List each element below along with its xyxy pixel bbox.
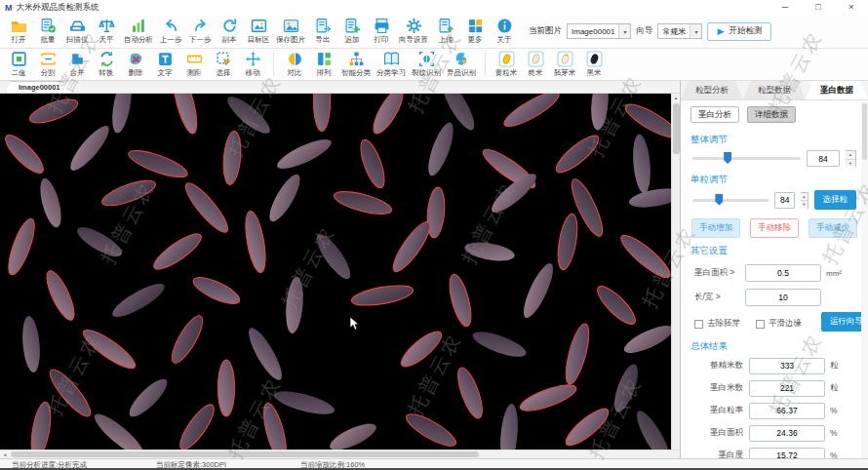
rice-grain[interactable] (314, 94, 331, 132)
manual-button[interactable]: 手动减少 (809, 218, 857, 238)
checkbox-去除胚芽[interactable]: 去除胚芽 (694, 318, 740, 330)
checkbox-icon[interactable] (694, 320, 703, 329)
spinner-up-icon[interactable]: ▴ (846, 151, 855, 160)
scroll-up-icon[interactable]: ▴ (675, 94, 678, 102)
rice-grain[interactable] (610, 362, 643, 415)
rice-grain[interactable] (446, 272, 476, 329)
toolbar-button-upload[interactable]: 上传 (431, 18, 460, 45)
rice-grain[interactable] (1, 131, 49, 178)
rice-grain[interactable] (28, 401, 55, 450)
toolbar-button-yellow-rice[interactable]: 黄粒米 (492, 51, 521, 78)
toolbar-button-gear[interactable]: 向导设置 (396, 18, 431, 45)
toolbar-button-delete[interactable]: 删除 (121, 51, 150, 78)
toolbar-button-refresh[interactable]: 副本 (215, 18, 244, 45)
toolbar-button-smart-classify[interactable]: 智能分类 (338, 51, 374, 78)
single-adjust-spinner[interactable]: ▴ ▾ (801, 192, 808, 209)
spinner-down-icon[interactable]: ▾ (846, 160, 855, 168)
rice-grain[interactable] (388, 217, 436, 276)
toolbar-button-folder[interactable]: 打开 (4, 18, 33, 45)
rice-grain[interactable] (274, 134, 335, 174)
result-value[interactable]: 66.37 (749, 403, 825, 419)
rice-grain[interactable] (36, 176, 65, 230)
rice-grain[interactable] (621, 98, 671, 142)
panel-tab-2[interactable]: 粒型数据 (743, 81, 806, 99)
rice-grain[interactable] (99, 176, 158, 211)
maximize-button[interactable]: □ (802, 0, 835, 15)
toolbar-button-info[interactable]: 关于 (490, 18, 519, 45)
toolbar-button-select[interactable]: 选择 (209, 51, 238, 78)
toolbar-button-arrange[interactable]: 排列 (309, 51, 338, 78)
toolbar-button-classify-learn[interactable]: 分类学习 (374, 51, 409, 78)
rice-grain[interactable] (221, 131, 243, 185)
toolbar-button-binary[interactable]: 二值 (4, 51, 33, 78)
rice-grain[interactable] (517, 380, 578, 416)
rice-grain[interactable] (350, 282, 414, 309)
rice-grain[interactable] (264, 171, 305, 225)
checkbox-icon[interactable] (756, 320, 765, 329)
rice-grain[interactable] (620, 321, 671, 359)
rice-grain[interactable] (463, 239, 516, 264)
rice-grain[interactable] (555, 213, 581, 271)
toolbar-button-print[interactable]: 打印 (367, 18, 396, 45)
rice-grain[interactable] (180, 178, 233, 237)
toolbar-button-export[interactable]: 导出 (308, 18, 337, 45)
wizard-select[interactable]: 常规米 ▾ (657, 23, 702, 39)
spinner-down-icon[interactable]: ▾ (801, 201, 807, 209)
rice-grain[interactable] (403, 409, 460, 450)
toolbar-button-move[interactable]: 移动 (238, 51, 267, 78)
chevron-down-icon[interactable]: ▾ (618, 24, 630, 38)
overall-slider-thumb[interactable] (724, 152, 731, 164)
toolbar-button-balance[interactable]: 天平 (92, 18, 121, 45)
overall-adjust-slider[interactable] (692, 157, 801, 160)
rice-grain[interactable] (170, 94, 202, 136)
rice-grain[interactable] (589, 94, 611, 131)
toolbar-button-split[interactable]: 分割 (33, 51, 62, 78)
toolbar-button-append[interactable]: 追加 (337, 18, 367, 45)
rice-grain[interactable] (125, 374, 173, 422)
vertical-scroll-thumb[interactable] (673, 103, 680, 154)
rice-grain[interactable] (500, 94, 563, 132)
rice-grain[interactable] (243, 324, 287, 383)
result-value[interactable]: 221 (749, 380, 825, 397)
toolbar-button-scanner[interactable]: 扫描仪 (62, 18, 92, 45)
checkbox-平滑边缘[interactable]: 平滑边缘 (756, 318, 802, 330)
image-tab[interactable]: Image00001 (6, 81, 73, 93)
toolbar-button-redo[interactable]: 下一步 (185, 18, 215, 45)
toolbar-button-crack-recognition[interactable]: 裂纹识别 (409, 51, 444, 78)
rice-grain[interactable] (631, 407, 671, 450)
toolbar-button-measure[interactable]: 测距 (179, 51, 209, 78)
toolbar-button-analyze[interactable]: 自动分析 (121, 18, 156, 45)
setting-input[interactable]: 0.5 (745, 264, 821, 282)
manual-button[interactable]: 手动移除 (750, 218, 799, 238)
horizontal-scrollbar[interactable]: ◂ (0, 450, 680, 458)
vertical-scrollbar[interactable]: ▴ (671, 94, 680, 450)
rice-grain[interactable] (149, 228, 205, 274)
scroll-left-icon[interactable]: ◂ (0, 450, 10, 458)
panel-scroll-thumb[interactable] (862, 103, 867, 160)
rice-grain[interactable] (167, 312, 208, 367)
rice-grain[interactable] (242, 210, 269, 274)
rice-grain[interactable] (616, 230, 671, 283)
rice-grain[interactable] (259, 401, 291, 450)
toolbar-button-brown-rice[interactable]: 糙米 (521, 51, 550, 78)
toolbar-button-black-rice[interactable]: 黑米 (579, 51, 609, 78)
setting-input[interactable]: 10 (745, 289, 821, 306)
rice-grain[interactable] (65, 121, 114, 175)
panel-subtab-2[interactable]: 详细数据 (747, 106, 796, 123)
rice-grain[interactable] (73, 222, 126, 262)
rice-grain[interactable] (126, 145, 190, 182)
toolbar-button-compare[interactable]: 对比 (280, 51, 309, 78)
result-value[interactable]: 333 (749, 358, 825, 374)
overall-adjust-value[interactable]: 84 (807, 150, 840, 167)
rice-grain[interactable] (593, 282, 641, 330)
rice-grain[interactable] (627, 185, 671, 211)
toolbar-button-undo[interactable]: 上一步 (156, 18, 185, 45)
chevron-down-icon[interactable]: ▾ (690, 24, 701, 38)
toolbar-button-germ-rice[interactable]: 胚芽米 (550, 51, 579, 78)
rice-grain[interactable] (218, 360, 235, 416)
rice-grain[interactable] (551, 131, 603, 177)
toolbar-button-merge[interactable]: 合并 (62, 51, 92, 78)
rice-grain[interactable] (175, 401, 218, 450)
rice-grain[interactable] (423, 120, 458, 178)
toolbar-button-batch[interactable]: 批量 (33, 18, 62, 45)
